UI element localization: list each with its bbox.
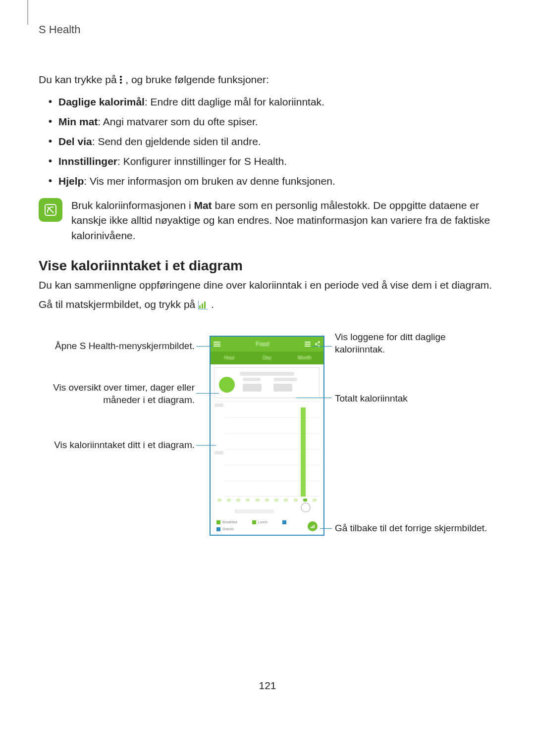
y-axis-label bbox=[214, 403, 223, 407]
x-tick bbox=[217, 499, 221, 502]
x-axis-label bbox=[234, 509, 274, 513]
lead-line bbox=[296, 398, 332, 399]
option-term: Hjelp bbox=[58, 175, 84, 187]
legend-label: Breakfast bbox=[222, 520, 237, 524]
svg-rect-13 bbox=[311, 527, 312, 528]
x-tick bbox=[227, 499, 231, 502]
header-rule bbox=[27, 0, 28, 25]
callout-go-back: Gå tilbake til det forrige skjermbildet. bbox=[335, 522, 493, 535]
option-desc: : Endre ditt daglige mål for kaloriinnta… bbox=[145, 96, 324, 107]
x-tick bbox=[246, 499, 250, 502]
svg-point-2 bbox=[120, 82, 122, 84]
section-para2: Gå til matskjermbildet, og trykk på . bbox=[39, 297, 496, 313]
section-para: Du kan sammenligne oppføringene dine ove… bbox=[39, 278, 496, 293]
callout-time-overview: Vis oversikt over timer, dager eller mån… bbox=[39, 382, 195, 406]
option-desc: : Vis mer informasjon om bruken av denne… bbox=[84, 175, 335, 187]
option-term: Innstillinger bbox=[58, 155, 117, 167]
diagram-area: Food Hour Day Month bbox=[39, 328, 496, 556]
list-item: Del via: Send den gjeldende siden til an… bbox=[49, 132, 496, 151]
option-term: Daglige kalorimål bbox=[58, 96, 145, 107]
callout-show-chart: Vis kaloriinntaket ditt i et diagram. bbox=[39, 439, 195, 452]
x-tick bbox=[256, 499, 260, 502]
intro-paragraph: Du kan trykke på , og bruke følgende fun… bbox=[39, 72, 496, 87]
x-tick-active bbox=[303, 499, 307, 502]
phone-screenshot: Food Hour Day Month bbox=[210, 336, 324, 536]
tab-month[interactable]: Month bbox=[286, 352, 323, 364]
svg-point-0 bbox=[120, 76, 122, 78]
option-term: Del via bbox=[58, 136, 92, 147]
legend-item: Snacks bbox=[216, 527, 234, 531]
svg-rect-8 bbox=[305, 344, 311, 345]
y-axis-label bbox=[214, 451, 223, 454]
app-title: Food bbox=[256, 341, 269, 348]
option-desc: : Konfigurer innstillinger for S Health. bbox=[117, 155, 287, 167]
card-label-a bbox=[243, 378, 261, 381]
date-label bbox=[240, 372, 294, 376]
svg-rect-9 bbox=[305, 346, 311, 347]
note-icon bbox=[39, 198, 62, 222]
section-heading: Vise kaloriinntaket i et diagram bbox=[39, 258, 496, 274]
slider-knob[interactable] bbox=[301, 503, 311, 512]
legend-swatch bbox=[252, 520, 256, 524]
svg-rect-5 bbox=[202, 303, 203, 308]
legend-swatch bbox=[216, 520, 220, 524]
x-tick bbox=[236, 499, 240, 502]
lead-line bbox=[196, 445, 216, 446]
card-label-b bbox=[273, 378, 297, 381]
legend-item: Breakfast bbox=[216, 520, 237, 524]
svg-point-1 bbox=[120, 79, 122, 81]
list-icon[interactable] bbox=[305, 341, 311, 347]
p2-after: . bbox=[211, 299, 214, 310]
legend-swatch bbox=[216, 527, 220, 531]
chart-bar bbox=[301, 407, 306, 497]
x-tick bbox=[294, 499, 298, 502]
p2-before: Gå til matskjermbildet, og trykk på bbox=[39, 299, 198, 310]
legend-swatch bbox=[282, 520, 286, 524]
options-list: Daglige kalorimål: Endre ditt daglige må… bbox=[49, 92, 496, 191]
legend-label: Lunch bbox=[258, 520, 268, 524]
lead-line bbox=[312, 346, 332, 347]
app-bar: Food bbox=[211, 337, 323, 352]
time-tabs[interactable]: Hour Day Month bbox=[211, 352, 323, 364]
legend-item bbox=[282, 520, 288, 524]
lead-line bbox=[320, 528, 332, 529]
header-title: S Health bbox=[39, 20, 496, 38]
lead-line bbox=[196, 393, 219, 394]
legend-item: Lunch bbox=[252, 520, 268, 524]
chart-icon bbox=[198, 299, 208, 313]
intro-before: Du kan trykke på bbox=[39, 74, 119, 85]
option-term: Min mat bbox=[58, 116, 98, 127]
summary-card bbox=[214, 367, 320, 398]
svg-rect-14 bbox=[312, 526, 313, 528]
x-tick bbox=[313, 499, 317, 502]
x-tick bbox=[284, 499, 288, 502]
list-item: Daglige kalorimål: Endre ditt daglige må… bbox=[49, 92, 496, 112]
svg-rect-15 bbox=[314, 525, 315, 528]
intro-after: , og bruke følgende funksjoner: bbox=[125, 74, 269, 85]
progress-circle bbox=[219, 377, 235, 393]
callout-view-logs: Vis loggene for ditt daglige kaloriinnta… bbox=[335, 331, 493, 355]
lead-line bbox=[196, 346, 213, 347]
callout-open-menu: Åpne S Health-menyskjermbildet. bbox=[39, 340, 195, 353]
page-number: 121 bbox=[39, 680, 496, 692]
more-vert-icon bbox=[119, 75, 122, 84]
note-before: Bruk kaloriinformasjonen i bbox=[71, 200, 194, 211]
page: S Health Du kan trykke på , og bruke føl… bbox=[0, 0, 535, 743]
x-tick bbox=[274, 499, 278, 502]
menu-icon[interactable] bbox=[214, 342, 220, 347]
legend-label: Snacks bbox=[222, 527, 234, 531]
list-item: Innstillinger: Konfigurer innstillinger … bbox=[49, 151, 496, 171]
card-value-a bbox=[243, 384, 262, 392]
tab-hour[interactable]: Hour bbox=[211, 352, 248, 364]
note-bold: Mat bbox=[194, 200, 212, 211]
tab-day[interactable]: Day bbox=[248, 352, 286, 364]
callout-total: Totalt kaloriinntak bbox=[335, 393, 493, 405]
svg-rect-4 bbox=[199, 305, 201, 308]
back-icon bbox=[310, 524, 315, 529]
option-desc: : Angi matvarer som du ofte spiser. bbox=[98, 116, 258, 127]
chart-area bbox=[214, 401, 320, 497]
x-tick bbox=[265, 499, 269, 502]
total-calories-value bbox=[273, 384, 292, 392]
back-button[interactable] bbox=[308, 521, 318, 531]
note-text: Bruk kaloriinformasjonen i Mat bare som … bbox=[71, 198, 496, 243]
